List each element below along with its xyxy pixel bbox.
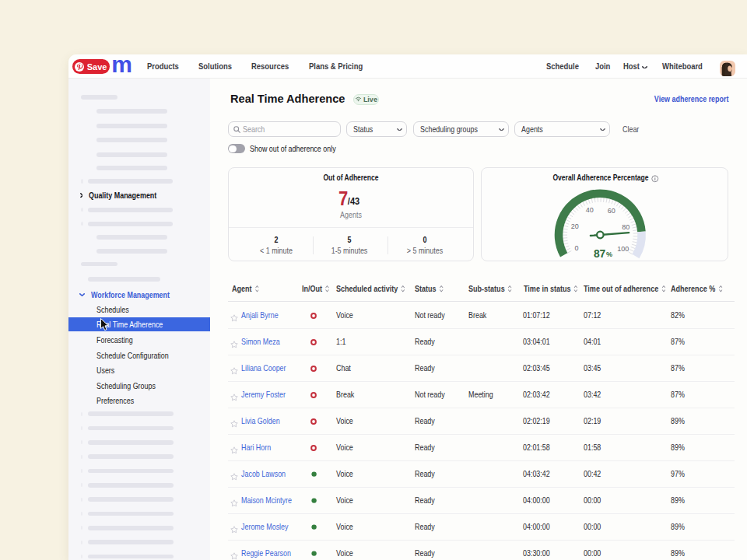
svg-text:80: 80 bbox=[622, 223, 630, 231]
svg-text:0: 0 bbox=[575, 244, 579, 252]
svg-text:20: 20 bbox=[571, 222, 579, 230]
svg-text:87: 87 bbox=[594, 247, 605, 260]
svg-text:60: 60 bbox=[608, 207, 615, 215]
svg-text:100: 100 bbox=[618, 245, 630, 253]
svg-text:%: % bbox=[606, 250, 612, 258]
svg-text:40: 40 bbox=[586, 206, 594, 214]
